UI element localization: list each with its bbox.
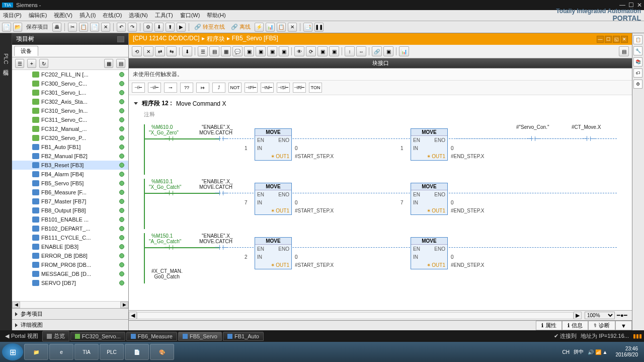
collapse-icon[interactable] (134, 102, 138, 105)
menu-project[interactable]: 项目(P) (3, 12, 22, 19)
lad-element-6[interactable]: NOT (228, 83, 242, 93)
editor-restore[interactable]: ◱ (613, 36, 620, 43)
tree-item-16[interactable]: FB101_ENABLE ... (12, 215, 128, 224)
menu-insert[interactable]: 插入(I) (79, 12, 96, 19)
paste-button[interactable]: 📄 (90, 23, 99, 32)
lad-element-9[interactable]: ⊣S⊢ (277, 83, 290, 93)
tray-icons[interactable]: 🔊 📶 ▲ (588, 349, 607, 355)
portal-view-button[interactable]: ◀ Portal 视图 (2, 332, 41, 340)
ime-indicator[interactable]: CH (562, 349, 570, 355)
undo-button[interactable]: ↶ (117, 23, 126, 32)
lad-element-2[interactable]: ⊸ (164, 83, 177, 93)
menu-options[interactable]: 选项(N) (129, 12, 147, 19)
etb-21[interactable]: 📊 (399, 46, 409, 56)
inspector-collapse[interactable]: ▼ (615, 321, 632, 330)
zoom-select[interactable]: 100% (585, 312, 615, 319)
tree-item-3[interactable]: FC302_Axis_Sta... (12, 97, 128, 106)
etb-8[interactable]: ▦ (221, 46, 231, 56)
rung-2[interactable]: %M150.1 "A_Go_Catch" ⊣ ⊢ "ENABLE".X_ MOV… (144, 233, 617, 283)
etb-17[interactable]: ↕ (345, 46, 355, 56)
tree-item-9[interactable]: FB2_Manual [FB2] (12, 152, 128, 161)
download-button[interactable]: ⬇ (154, 23, 164, 32)
tb-a[interactable]: ⚡ (255, 23, 264, 32)
etb-12[interactable]: ▣ (267, 46, 277, 56)
lad-element-3[interactable]: ?? (180, 83, 193, 93)
pin-icon[interactable] (117, 36, 124, 42)
taskbar-app-1[interactable]: e (49, 344, 73, 360)
network-editor[interactable]: 程序段 12 : Move Command X 注释 %M610.0 "X_Go… (129, 95, 632, 310)
upload-button[interactable]: ⬆ (166, 23, 175, 32)
tree-view-b[interactable]: ▤ (116, 59, 125, 68)
etb-4[interactable]: ⇆ (167, 46, 177, 56)
taskbar-app-4[interactable]: 📄 (125, 344, 149, 360)
etb-1[interactable]: ⟲ (132, 46, 142, 56)
menu-window[interactable]: 窗口(W) (180, 12, 200, 19)
reference-projects[interactable]: 参考项目 (12, 308, 128, 319)
no-contact[interactable]: ⊣ ⊢ (164, 243, 178, 251)
etb-2[interactable]: ✕ (143, 46, 153, 56)
etb-3[interactable]: ⇄ (155, 46, 165, 56)
editor-min[interactable]: — (597, 36, 604, 43)
etb-13[interactable]: ▣ (279, 46, 289, 56)
copy-button[interactable]: 📋 (79, 23, 88, 32)
lad-element-4[interactable]: ↦ (196, 83, 209, 93)
tree-item-2[interactable]: FC301_Servo_L... (12, 88, 128, 97)
tree-item-12[interactable]: FB5_Servo [FB5] (12, 179, 128, 188)
redo-button[interactable]: ↷ (128, 23, 137, 32)
task-tab-0[interactable]: FC320_Servo... (70, 332, 125, 341)
task-tab-1[interactable]: FB6_Measure (126, 332, 177, 341)
go-online-button[interactable]: 🔗 转至在线 (192, 23, 227, 31)
simulate-button[interactable]: ▶ (177, 23, 186, 32)
move-box-1[interactable]: MOVE ENENO IN ✶ OUT1 (255, 183, 292, 215)
no-contact[interactable]: ⊣ ⊢ (164, 134, 178, 142)
tb-e[interactable]: ❚❚ (314, 23, 324, 32)
etb-11[interactable]: ▣ (256, 46, 266, 56)
menu-edit[interactable]: 编辑(E) (29, 12, 47, 19)
etb-10[interactable]: ▣ (244, 46, 254, 56)
bc-cpu[interactable]: [CPU 1214C DC/DC/DC] (133, 35, 200, 43)
rtab-5[interactable]: ⚙ (633, 80, 642, 89)
editor-max[interactable]: ☐ (605, 36, 612, 43)
menu-tools[interactable]: 工具(T) (155, 12, 173, 19)
ime-mode[interactable]: 拼中 (574, 348, 584, 355)
etb-19[interactable]: 🔗 (372, 46, 382, 56)
etb-20[interactable]: ▣ (383, 46, 393, 56)
move-box-2[interactable]: MOVE ENENO IN ✶ OUT1 (411, 237, 448, 269)
etb-14[interactable]: ⟳ (306, 46, 316, 56)
editor-scrollbar[interactable]: ◀ ▶ 100% ━●━ (129, 310, 632, 320)
tree-item-22[interactable]: MESSAGE_DB [D... (12, 269, 128, 278)
tree-item-23[interactable]: SERVO [DB7] (12, 278, 128, 287)
go-offline-button[interactable]: 🔗 离线 (229, 23, 253, 31)
etb-mon[interactable]: 👁 (294, 46, 304, 56)
tree-item-15[interactable]: FB8_Output [FB8] (12, 206, 128, 215)
tree-refresh-button[interactable]: ↻ (39, 59, 48, 68)
zoom-slider[interactable]: ━●━ (617, 312, 627, 319)
system-clock[interactable]: 23:46 2016/8/20 (612, 346, 642, 358)
print-button[interactable]: 🖶 (52, 23, 61, 32)
rtab-3[interactable]: 📚 (633, 57, 642, 66)
menu-online[interactable]: 在线(O) (103, 12, 122, 19)
lad-element-1[interactable]: ⊣/⊢ (148, 83, 161, 93)
tree-add-button[interactable]: + (27, 59, 36, 68)
compile-button[interactable]: ⚙ (143, 23, 152, 32)
rtab-4[interactable]: 🏷 (633, 68, 642, 78)
no-contact[interactable]: ⊣ ⊢ (164, 189, 178, 197)
tab-info[interactable]: ℹ 信息 (562, 321, 588, 330)
network-comment[interactable]: 注释 (134, 110, 627, 119)
task-tab-2[interactable]: FB5_Servo (178, 332, 222, 341)
lad-element-0[interactable]: ⊣⊢ (132, 83, 145, 93)
tree-collapse-button[interactable]: ☰ (15, 59, 24, 68)
tree-item-19[interactable]: ENABLE [DB3] (12, 242, 128, 251)
tree-item-7[interactable]: FC320_Servo_P... (12, 133, 128, 142)
etb-9[interactable]: 💬 (232, 46, 243, 56)
rung-1[interactable]: %M610.1 "X_Go_Catch" ⊣ ⊢ "ENABLE".X_ MOV… (144, 179, 617, 229)
taskbar-app-2[interactable]: TIA (74, 344, 99, 360)
tree-item-5[interactable]: FC311_Servo_C... (12, 115, 128, 124)
tree-item-10[interactable]: FB3_Reset [FB3] (12, 161, 128, 170)
move-box-1[interactable]: MOVE ENENO IN ✶ OUT1 (255, 237, 292, 269)
taskbar-app-5[interactable]: 🎨 (150, 344, 174, 360)
lad-element-8[interactable]: ⊣N⊢ (261, 83, 274, 93)
etb-5[interactable]: ⬇ (182, 46, 192, 56)
tree-view-a[interactable]: ▦ (104, 59, 113, 68)
tree-item-17[interactable]: FB102_DEPART_... (12, 224, 128, 233)
